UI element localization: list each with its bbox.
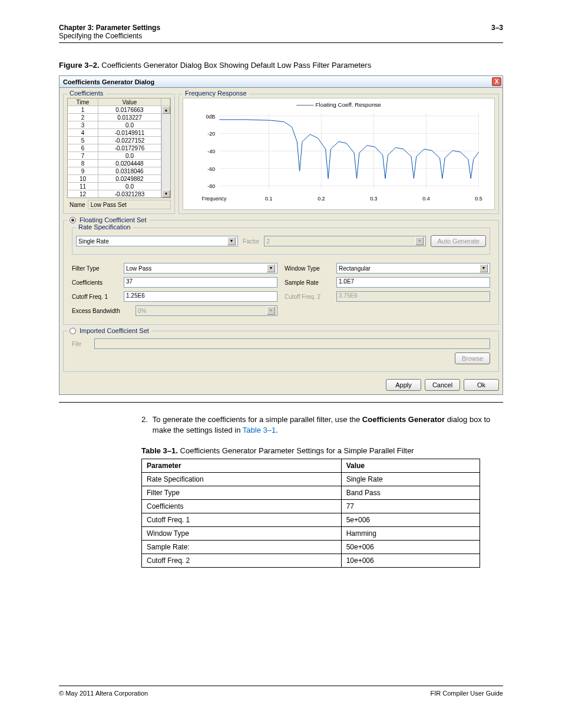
table-caption: Table 3–1. Coefficients Generator Parame…: [141, 446, 503, 455]
table-row[interactable]: 5-0.0227152: [68, 137, 161, 144]
svg-text:0dB: 0dB: [206, 114, 215, 120]
sample-rate-input[interactable]: 1.0E7: [336, 277, 490, 288]
svg-text:0.3: 0.3: [370, 196, 377, 202]
table-link[interactable]: Table 3–1: [243, 426, 276, 434]
chevron-down-icon: ▼: [267, 307, 275, 315]
frequency-response-chart: ――― Floating Coeff. Response 0dB -20: [183, 98, 495, 210]
table-row[interactable]: 80.0204448: [68, 160, 161, 167]
freq-group-title: Frequency Response: [183, 90, 249, 97]
svg-text:0.2: 0.2: [318, 196, 325, 202]
dialog-title: Coefficients Generator Dialog: [63, 78, 154, 85]
window-type-select[interactable]: Rectangular ▼: [336, 263, 490, 274]
coefficients-label: Coefficients: [72, 279, 119, 286]
apply-button[interactable]: Apply: [386, 379, 421, 391]
table-row: Window TypeHamming: [142, 527, 480, 541]
rate-spec-title: Rate Specification: [76, 223, 133, 230]
imported-coefficient-fieldset: Imported Coefficient Set File Browse: [63, 331, 499, 372]
table-row: Filter TypeBand Pass: [142, 486, 480, 500]
table-label: Table 3–1.: [141, 446, 178, 455]
section-title: Specifying the Coefficients: [59, 32, 160, 40]
window-type-value: Rectangular: [339, 265, 371, 272]
page-header: Chapter 3: Parameter Settings Specifying…: [59, 24, 503, 43]
coefficients-input[interactable]: 37: [124, 277, 277, 288]
cutoff1-input[interactable]: 1.25E6: [124, 291, 277, 302]
chapter-title: Chapter 3: Parameter Settings: [59, 24, 160, 32]
figure-caption: Figure 3–2. Coefficients Generator Dialo…: [59, 61, 503, 70]
svg-text:0.4: 0.4: [422, 196, 429, 202]
factor-label: Factor: [243, 238, 259, 245]
excess-bw-value: 0%: [138, 308, 146, 314]
footer-left: © May 2011 Altera Corporation: [59, 690, 148, 697]
table-row: Cutoff Freq. 15e+006: [142, 513, 480, 527]
chart-legend: ――― Floating Coeff. Response: [296, 101, 381, 108]
svg-text:0.1: 0.1: [265, 196, 272, 202]
table-row[interactable]: 12-0.0321283: [68, 190, 161, 197]
cutoff1-label: Cutoff Freq. 1: [72, 294, 119, 300]
table-row[interactable]: 10.0176663: [68, 106, 161, 114]
file-label: File: [72, 341, 90, 347]
floating-coefficient-fieldset: Floating Coefficient Set Rate Specificat…: [63, 220, 499, 325]
step-bold: Coefficients Generator: [362, 415, 445, 424]
floating-set-radio[interactable]: Floating Coefficient Set: [70, 216, 147, 223]
svg-text:Frequency: Frequency: [201, 196, 227, 202]
page-number: 3–3: [491, 24, 503, 40]
excess-bw-label: Excess Bandwidth: [72, 308, 131, 314]
ok-button[interactable]: Ok: [464, 379, 499, 391]
factor-select: 2 ▼: [264, 236, 426, 246]
coefficients-group: Coefficients Time Value 10.017666320.013…: [63, 94, 175, 214]
figure-label: Figure 3–2.: [59, 61, 100, 70]
table-row[interactable]: 70.0: [68, 152, 161, 160]
filter-type-select[interactable]: Low Pass ▼: [124, 263, 277, 274]
chevron-down-icon: ▼: [227, 237, 236, 245]
excess-bw-select: 0% ▼: [135, 305, 277, 316]
dialog-titlebar[interactable]: Coefficients Generator Dialog X: [59, 76, 503, 88]
sample-rate-label: Sample Rate: [285, 279, 332, 286]
table-row[interactable]: 30.0: [68, 121, 161, 129]
frequency-response-group: Frequency Response ――― Floating Coeff. R…: [178, 94, 499, 214]
factor-value: 2: [266, 238, 270, 245]
dialog-buttons: Apply Cancel Ok: [59, 375, 503, 394]
scroll-down-icon[interactable]: ▼: [162, 190, 170, 197]
step-text-1: To generate the coefficients for a simpl…: [153, 415, 362, 424]
step-text-3: .: [276, 426, 278, 434]
chevron-down-icon: ▼: [267, 264, 275, 272]
value-header: Value: [341, 459, 480, 473]
imported-set-label: Imported Coefficient Set: [80, 327, 149, 334]
close-icon: X: [495, 78, 499, 85]
table-row[interactable]: 110.0: [68, 183, 161, 190]
name-value: Low Pass Set: [88, 200, 171, 209]
cancel-button[interactable]: Cancel: [425, 379, 460, 391]
table-scrollbar[interactable]: ▲ ▼: [161, 106, 170, 197]
body-text: 2. To generate the coefficients for a si…: [141, 414, 503, 436]
table-row[interactable]: 4-0.0149911: [68, 129, 161, 137]
scroll-up-icon[interactable]: ▲: [162, 106, 170, 114]
param-header: Parameter: [142, 459, 342, 473]
close-button[interactable]: X: [492, 77, 501, 86]
rate-specification-group: Rate Specification Single Rate ▼ Factor …: [72, 228, 490, 255]
table-row[interactable]: 100.0249882: [68, 175, 161, 183]
table-row[interactable]: 90.0318046: [68, 167, 161, 175]
table-row[interactable]: 6-0.0172976: [68, 144, 161, 152]
table-row: Rate SpecificationSingle Rate: [142, 473, 480, 486]
browse-button: Browse: [455, 353, 490, 364]
cutoff2-label: Cutoff Freq. 2: [285, 294, 332, 300]
table-row: Sample Rate:50e+006: [142, 541, 480, 554]
imported-set-radio[interactable]: Imported Coefficient Set: [70, 327, 149, 334]
name-label: Name: [67, 202, 88, 208]
col-time: Time: [68, 98, 98, 106]
figure-text: Coefficients Generator Dialog Box Showin…: [101, 61, 371, 70]
rate-spec-select[interactable]: Single Rate ▼: [76, 236, 238, 246]
auto-generate-button: Auto Generate: [431, 235, 486, 247]
parameter-table: Parameter Value Rate SpecificationSingle…: [141, 459, 480, 568]
table-row: Coefficients77: [142, 500, 480, 513]
filter-type-value: Low Pass: [126, 265, 151, 272]
table-row[interactable]: 20.013227: [68, 114, 161, 121]
col-value: Value: [98, 98, 161, 106]
page-footer: © May 2011 Altera Corporation FIR Compil…: [59, 686, 503, 697]
window-type-label: Window Type: [285, 265, 332, 272]
chevron-down-icon: ▼: [415, 237, 424, 245]
coefficients-group-title: Coefficients: [67, 90, 105, 97]
radio-checked-icon: [70, 217, 76, 223]
cutoff2-input: 3.75E6: [336, 291, 490, 302]
svg-text:-80: -80: [207, 183, 215, 189]
